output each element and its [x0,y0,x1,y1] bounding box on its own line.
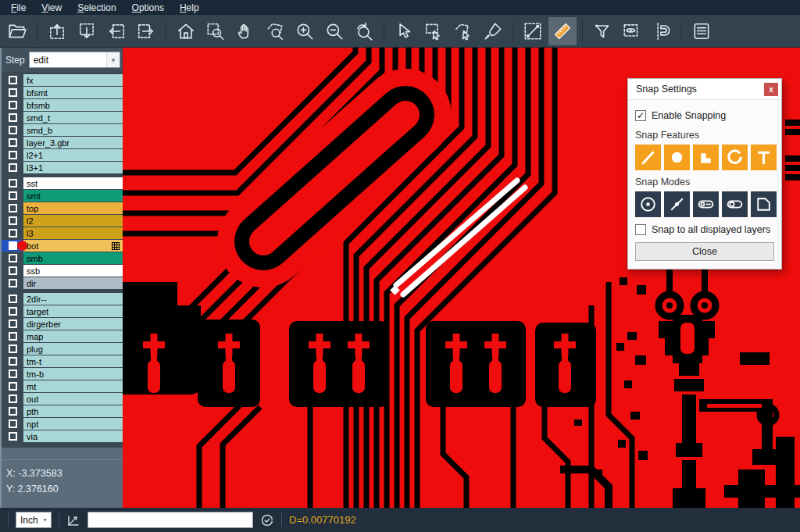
zoom-out-button[interactable] [320,17,348,45]
layer-label[interactable]: top [23,202,123,214]
layer-label[interactable]: 2dir-- [23,293,123,305]
dialog-close-icon[interactable]: x [764,83,778,96]
layer-label[interactable]: npt [23,418,123,430]
layer-label[interactable]: pth [23,405,123,417]
enable-snapping-checkbox[interactable]: ✓ [635,110,646,121]
select-arrow-button[interactable] [390,17,418,45]
layer-label[interactable]: smd_t [23,112,123,123]
layer-label[interactable]: l3 [23,227,123,239]
layer-label[interactable]: dir [23,277,123,289]
layer-visibility-checkbox[interactable] [2,99,23,111]
layer-visibility-checkbox[interactable] [2,355,23,367]
snap-text-button[interactable] [751,145,777,170]
layer-label[interactable]: dirgerber [23,318,123,330]
layer-visibility-checkbox[interactable] [2,430,23,442]
layer-label[interactable]: smb [23,252,123,264]
measure-line-button[interactable] [519,17,547,45]
layer-label[interactable]: bot [23,240,123,252]
layer-label[interactable]: tm-t [23,355,123,367]
layer-visibility-checkbox[interactable] [2,112,23,123]
layer-visibility-checkbox[interactable] [2,343,23,355]
layer-visibility-checkbox[interactable] [2,330,23,342]
layer-visibility-checkbox[interactable] [2,380,23,392]
filter-button[interactable] [588,17,616,45]
layer-label[interactable]: l2 [23,215,123,227]
report-button[interactable] [688,17,716,45]
gerber-canvas[interactable]: Snap Settings x ✓ Enable Snapping Snap F… [123,48,800,508]
menu-view[interactable]: View [34,1,70,15]
select-polygon-button[interactable] [449,17,477,45]
layer-visibility-checkbox[interactable] [2,87,23,98]
menu-file[interactable]: File [3,1,34,15]
measure-input[interactable] [88,512,253,528]
pan-hand-button[interactable] [231,17,259,45]
pan-down-button[interactable] [73,17,101,45]
zoom-previous-button[interactable] [350,17,378,45]
layer-label[interactable]: tm-b [23,368,123,380]
layer-visibility-checkbox[interactable] [2,252,23,264]
snap-pad-button[interactable] [664,145,690,170]
layer-label[interactable]: via [23,430,123,442]
select-rect-button[interactable] [420,17,448,45]
layer-label[interactable]: sst [23,177,123,189]
close-button[interactable]: Close [635,242,774,261]
layer-visibility-checkbox[interactable] [2,277,23,289]
open-folder-button[interactable] [3,17,31,45]
layer-visibility-checkbox[interactable] [2,318,23,330]
layer-label[interactable]: ssb [23,265,123,277]
mode-contour-button[interactable] [751,191,777,217]
pan-right-button[interactable] [132,17,160,45]
layer-label[interactable]: bfsmt [23,87,123,98]
zoom-polygon-button[interactable] [261,17,289,45]
layer-visibility-checkbox[interactable] [2,190,23,202]
layer-label[interactable]: layer_3.gbr [23,137,123,148]
layer-visibility-checkbox[interactable] [2,162,23,173]
step-select[interactable]: edit ▾ [29,52,120,68]
layer-visibility-checkbox[interactable] [2,149,23,161]
mode-slot-left-button[interactable] [693,191,719,217]
layer-label[interactable]: target [23,305,123,317]
layer-visibility-checkbox[interactable] [2,177,23,189]
measure-ruler-button[interactable] [548,17,577,45]
pan-up-button[interactable] [43,17,71,45]
menu-selection[interactable]: Selection [70,1,123,15]
layer-visibility-checkbox[interactable] [2,368,23,380]
snap-magnet-button[interactable] [648,17,676,45]
pan-left-button[interactable] [102,17,130,45]
layer-visibility-checkbox[interactable] [2,227,23,239]
apply-check-icon[interactable] [260,513,274,527]
snap-arc-button[interactable] [722,145,748,170]
layer-label[interactable]: map [23,330,123,342]
dialog-title-bar[interactable]: Snap Settings x [628,79,781,100]
layer-label[interactable]: plug [23,343,123,355]
layer-label[interactable]: out [23,393,123,405]
unit-select[interactable]: Inch ▾ [16,512,52,528]
mode-slot-right-button[interactable] [722,191,748,217]
layer-visibility-checkbox[interactable] [2,293,23,305]
layer-label[interactable]: smt [23,190,123,202]
snap-line-button[interactable] [635,145,661,170]
layer-visibility-checkbox[interactable] [2,305,23,317]
layer-label[interactable]: l3+1 [23,162,123,173]
layer-visibility-checkbox[interactable] [2,215,23,227]
layer-label[interactable]: fx [23,74,123,86]
layer-label[interactable]: bfsmb [23,99,123,111]
zoom-in-button[interactable] [291,17,319,45]
mode-closest-button[interactable] [664,191,690,217]
mode-center-button[interactable] [635,191,661,217]
zoom-window-button[interactable] [202,17,230,45]
layer-visibility-checkbox[interactable] [2,265,23,277]
layer-visibility-checkbox[interactable] [2,393,23,405]
layer-visibility-checkbox[interactable] [2,137,23,148]
home-button[interactable] [172,17,200,45]
menu-options[interactable]: Options [124,1,172,15]
layer-visibility-checkbox[interactable] [2,124,23,136]
view-visibility-button[interactable] [618,17,646,45]
layer-label[interactable]: mt [23,380,123,392]
snap-all-layers-checkbox[interactable] [635,224,646,235]
snap-surface-button[interactable] [693,145,719,170]
layer-visibility-checkbox[interactable] [2,202,23,214]
select-brush-button[interactable] [479,17,507,45]
layer-visibility-checkbox[interactable] [2,418,23,430]
layer-label[interactable]: smd_b [23,124,123,136]
